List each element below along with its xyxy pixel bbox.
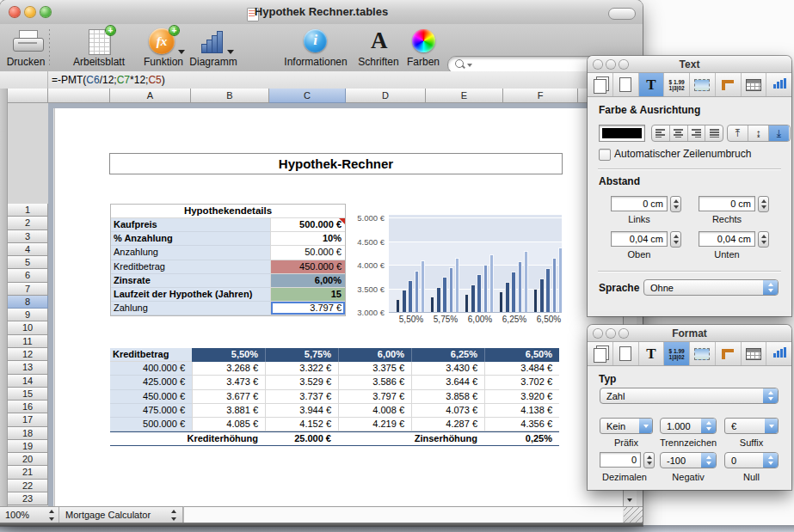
spacing-top-field[interactable]: 0,04 cm: [611, 231, 668, 247]
row-header-16[interactable]: 16: [8, 401, 48, 413]
spacing-right-stepper[interactable]: [758, 196, 769, 212]
text-inspector-button[interactable]: T: [639, 73, 665, 96]
rate-value-cell[interactable]: 3.484 €: [484, 362, 559, 376]
print-button[interactable]: Drucken: [2, 26, 50, 70]
column-header-E[interactable]: E: [426, 89, 503, 103]
row-header-12[interactable]: 12: [8, 348, 48, 361]
rate-value-cell[interactable]: 4.152 €: [265, 418, 338, 431]
rate-header-cell[interactable]: 6,25%: [411, 348, 484, 362]
spacing-left-field[interactable]: 0 cm: [611, 196, 668, 211]
rate-amount-cell[interactable]: 500.000 €: [110, 418, 192, 431]
colors-button[interactable]: Farben: [401, 26, 446, 70]
fonts-button[interactable]: A Schriften: [354, 26, 403, 70]
rate-header-cell[interactable]: 6,00%: [338, 348, 411, 362]
row-header-22[interactable]: 22: [8, 480, 48, 492]
rate-value-cell[interactable]: 4.085 €: [192, 418, 265, 431]
details-label[interactable]: Kaufpreis: [111, 218, 270, 232]
zoom-popup[interactable]: 100%: [5, 510, 29, 520]
document-inspector-button[interactable]: [588, 342, 613, 365]
rate-value-cell[interactable]: 3.529 €: [265, 376, 338, 389]
valign-top-button[interactable]: ⤒: [728, 125, 748, 141]
rate-footer-cell[interactable]: Krediterhöhung: [110, 431, 265, 446]
sheet-inspector-button[interactable]: [613, 73, 639, 96]
negative-popup[interactable]: -100: [660, 452, 717, 468]
language-popup[interactable]: Ohne: [643, 279, 779, 296]
decimals-field[interactable]: 0: [600, 452, 641, 468]
details-label[interactable]: Zinsrate: [111, 274, 270, 288]
wrap-inspector-button[interactable]: [690, 342, 716, 365]
format-inspector-button[interactable]: $ 1.991|3|02: [664, 73, 690, 96]
details-value-cell[interactable]: 15: [270, 288, 345, 302]
rate-value-cell[interactable]: 3.268 €: [192, 362, 265, 376]
prefix-combo[interactable]: Kein: [600, 418, 653, 434]
text-inspector-button[interactable]: T: [639, 342, 665, 365]
table-inspector-button[interactable]: [742, 73, 767, 96]
spacing-top-stepper[interactable]: [670, 231, 681, 248]
details-label[interactable]: Zahlung: [111, 302, 270, 315]
chart-inspector-button[interactable]: [766, 342, 791, 365]
details-value-cell[interactable]: 500.000 €: [270, 218, 345, 232]
inspector-button[interactable]: i Informationen: [277, 26, 354, 70]
column-header-C[interactable]: C: [269, 89, 346, 103]
row-header-15[interactable]: 15: [8, 388, 48, 401]
palette-title-bar[interactable]: Text: [588, 56, 791, 73]
row-header-10[interactable]: 10: [8, 321, 48, 334]
rate-value-cell[interactable]: 3.322 €: [265, 362, 338, 376]
row-header-4[interactable]: 4: [8, 243, 48, 256]
row-header-18[interactable]: 18: [8, 427, 48, 440]
rate-value-cell[interactable]: 3.737 €: [265, 390, 338, 404]
rate-value-cell[interactable]: 3.586 €: [338, 376, 411, 389]
row-header-14[interactable]: 14: [8, 375, 48, 388]
row-header-7[interactable]: 7: [8, 283, 48, 296]
rate-footer-cell[interactable]: Zinserhöhung: [338, 431, 484, 446]
mortgage-chart[interactable]: 5.000 €4.500 €4.000 €3.500 €3.000 € 5,50…: [344, 210, 569, 327]
rate-value-cell[interactable]: 3.375 €: [338, 362, 411, 376]
rate-value-cell[interactable]: 3.473 €: [192, 376, 265, 389]
row-header-9[interactable]: 9: [8, 309, 48, 321]
scroll-down-arrow-icon[interactable]: [627, 498, 632, 502]
row-header-2[interactable]: 2: [8, 217, 48, 229]
valign-bottom-button[interactable]: ⤓: [769, 125, 789, 141]
details-value-cell[interactable]: 50.000 €: [270, 246, 345, 260]
align-center-button[interactable]: [670, 125, 688, 141]
column-header-F[interactable]: F: [503, 89, 578, 103]
rate-corner-cell[interactable]: Kreditbetrag: [110, 348, 192, 362]
details-label[interactable]: Kreditbetrag: [111, 260, 270, 274]
type-popup[interactable]: Zahl: [600, 388, 779, 404]
row-header-6[interactable]: 6: [8, 269, 48, 282]
rate-footer-cell[interactable]: 0,25%: [484, 431, 559, 446]
row-header-11[interactable]: 11: [8, 335, 48, 348]
spacing-left-stepper[interactable]: [670, 196, 681, 212]
rate-value-cell[interactable]: 3.702 €: [484, 376, 559, 389]
rate-value-cell[interactable]: 3.920 €: [484, 390, 559, 404]
row-header-23[interactable]: 23: [8, 492, 48, 505]
spacing-right-field[interactable]: 0 cm: [699, 196, 755, 211]
chart-button[interactable]: Diagramm: [187, 26, 240, 70]
title-bar[interactable]: Hypothek Rechner.tables: [0, 0, 643, 25]
rate-header-cell[interactable]: 5,50%: [192, 348, 265, 362]
wrap-inspector-button[interactable]: [690, 73, 716, 96]
spacing-bottom-field[interactable]: 0,04 cm: [699, 231, 755, 247]
rate-value-cell[interactable]: 4.287 €: [411, 418, 484, 431]
rate-amount-cell[interactable]: 475.000 €: [110, 404, 192, 418]
column-header-blank[interactable]: [48, 89, 110, 103]
search-options-arrow-icon[interactable]: [467, 64, 472, 67]
column-header-A[interactable]: A: [110, 89, 191, 103]
rate-value-cell[interactable]: 4.008 €: [338, 404, 411, 418]
zoom-stepper[interactable]: [48, 510, 55, 521]
align-justify-button[interactable]: [705, 125, 723, 141]
rate-value-cell[interactable]: 4.138 €: [484, 404, 559, 418]
details-value-cell[interactable]: 10%: [270, 232, 345, 246]
details-value-cell[interactable]: 3.797 €: [270, 302, 345, 315]
separator-popup[interactable]: 1.000: [660, 418, 717, 434]
sheet-stepper[interactable]: [170, 510, 177, 521]
row-header-17[interactable]: 17: [8, 413, 48, 426]
rate-header-cell[interactable]: 6,50%: [484, 348, 559, 362]
rate-value-cell[interactable]: 4.073 €: [411, 404, 484, 418]
rate-value-cell[interactable]: 4.356 €: [484, 418, 559, 431]
align-left-button[interactable]: [652, 125, 670, 141]
suffix-combo[interactable]: €: [724, 418, 779, 434]
function-button[interactable]: fx + Funktion: [135, 26, 192, 70]
details-label[interactable]: Laufzeit der Hypothek (Jahren): [111, 288, 270, 302]
format-inspector-button[interactable]: $ 1.991|3|02: [664, 342, 690, 365]
